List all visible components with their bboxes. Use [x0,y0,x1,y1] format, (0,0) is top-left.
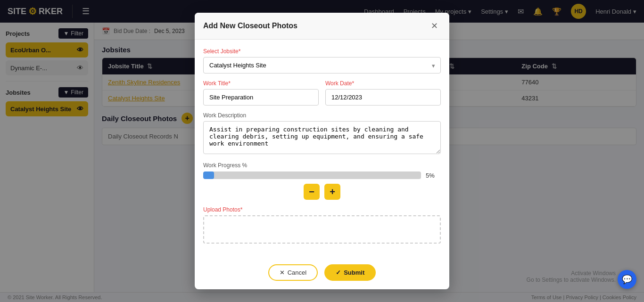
work-title-input[interactable] [203,89,319,106]
cancel-icon: ✕ [280,269,285,276]
work-description-textarea[interactable]: Assist in preparing construction sites b… [203,121,441,154]
jobsite-select[interactable]: Catalyst Heights Site [203,57,441,73]
modal-body: Select Jobsite* Catalyst Heights Site ▾ … [195,40,449,259]
work-date-group: Work Date* [325,80,441,106]
work-progress-label: Work Progress % [203,162,441,169]
work-title-group: Work Title* [203,80,319,106]
work-progress-group: Work Progress % 5% − + [203,162,441,200]
submit-button[interactable]: ✓ Submit [324,264,376,281]
select-jobsite-group: Select Jobsite* Catalyst Heights Site ▾ [203,48,441,73]
upload-area[interactable] [203,215,441,244]
modal-title: Add New Closeout Photos [203,22,297,30]
upload-photos-label: Upload Photos* [203,206,441,213]
select-jobsite-label: Select Jobsite* [203,48,441,55]
progress-bar-bg [203,171,421,179]
progress-bar-wrap: 5% [203,171,441,179]
modal-close-button[interactable]: ✕ [428,19,441,33]
work-title-label: Work Title* [203,80,319,87]
modal-overlay: Add New Closeout Photos ✕ Select Jobsite… [0,0,644,302]
chat-button[interactable]: 💬 [618,270,636,289]
modal-footer: ✕ Cancel ✓ Submit [195,259,449,289]
submit-icon: ✓ [336,269,341,276]
progress-bar-fill [203,171,214,179]
progress-decrease-button[interactable]: − [304,184,320,200]
progress-buttons: − + [203,184,441,200]
modal-header: Add New Closeout Photos ✕ [195,13,449,40]
cancel-button[interactable]: ✕ Cancel [268,264,318,281]
jobsite-select-wrapper: Catalyst Heights Site ▾ [203,57,441,73]
work-description-label: Work Description [203,112,441,119]
add-closeout-modal: Add New Closeout Photos ✕ Select Jobsite… [195,13,449,289]
work-date-input[interactable] [325,89,441,106]
progress-increase-button[interactable]: + [324,184,340,200]
progress-percent: 5% [426,172,441,179]
work-title-date-row: Work Title* Work Date* [203,80,441,112]
work-description-group: Work Description Assist in preparing con… [203,112,441,155]
work-date-label: Work Date* [325,80,441,87]
upload-photos-group: Upload Photos* [203,206,441,244]
